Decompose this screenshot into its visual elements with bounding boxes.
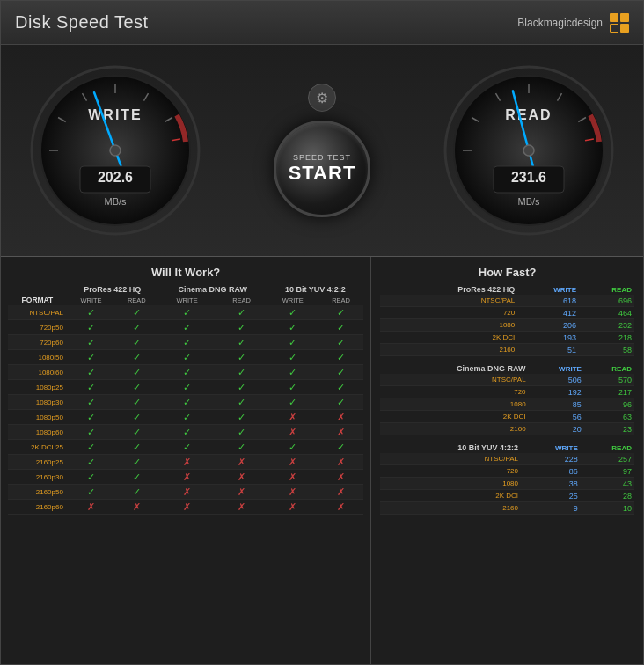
dng-read-cell: ✗	[216, 485, 267, 500]
hf-write-label: WRITE	[521, 442, 581, 453]
dng-read-cell: ✓	[216, 440, 267, 455]
check-icon: ✓	[133, 367, 141, 377]
cross-icon: ✗	[289, 412, 296, 422]
hf-read-val: 23	[584, 423, 634, 435]
check-icon: ✓	[87, 457, 95, 467]
write-gauge: WRITE 202.6 MB/s	[27, 62, 203, 238]
hf-format-name: 2K DCI	[380, 411, 528, 423]
hf-read-label: READ	[579, 284, 634, 295]
dng-write-cell: ✓	[158, 380, 216, 395]
check-icon: ✓	[238, 337, 245, 347]
hf-table-2: 10 Bit YUV 4:2:2 WRITE READ NTSC/PAL 228…	[380, 442, 634, 515]
check-icon: ✓	[183, 412, 191, 422]
hf-format-name: NTSC/PAL	[380, 453, 521, 465]
dng-read-cell: ✗	[216, 500, 267, 515]
read-gauge-svg: READ 231.6 MB/s	[441, 62, 617, 238]
will-it-work-panel: Will It Work? ProRes 422 HQ Cinema DNG R…	[1, 257, 371, 664]
hf-format-name: NTSC/PAL	[380, 374, 528, 386]
hf-read-val: 218	[579, 332, 634, 344]
dng-write-cell: ✗	[158, 500, 216, 515]
dng-write-cell: ✗	[158, 470, 216, 485]
yuv-write-cell: ✓	[267, 440, 318, 455]
check-icon: ✓	[87, 412, 95, 422]
cross-icon: ✗	[238, 471, 245, 482]
start-button[interactable]: SPEED TEST START	[274, 121, 370, 217]
brand-icon	[610, 13, 629, 33]
prores-write-cell: ✓	[67, 380, 115, 395]
format-label: 1080i60	[8, 365, 67, 380]
hf-write-label: WRITE	[517, 284, 579, 295]
dng-write-cell: ✓	[158, 395, 216, 410]
hf-row: 1080 206 232	[380, 319, 634, 332]
cross-icon: ✗	[289, 501, 296, 512]
dng-write-cell: ✓	[158, 440, 216, 455]
hf-format-name: 1080	[380, 478, 521, 490]
cross-icon: ✗	[238, 486, 245, 497]
yuv-read-cell: ✓	[318, 365, 363, 380]
yuv-write-cell: ✓	[267, 305, 318, 320]
format-label: 2160p60	[8, 500, 67, 515]
hf-read-val: 97	[581, 465, 634, 478]
prores-write-cell: ✓	[67, 410, 115, 425]
hf-write-val: 506	[529, 374, 584, 386]
app-title: Disk Speed Test	[15, 12, 149, 33]
check-icon: ✓	[238, 427, 245, 437]
how-fast-title: How Fast?	[380, 266, 634, 279]
yuv-write-cell: ✗	[267, 410, 318, 425]
check-icon: ✓	[87, 307, 95, 318]
hf-format-name: 2K DCI	[380, 332, 517, 344]
yuv-read-cell: ✗	[318, 455, 363, 470]
format-label: 1080p50	[8, 410, 67, 425]
svg-text:MB/s: MB/s	[517, 196, 540, 207]
yuv-write-cell: ✗	[267, 425, 318, 440]
dng-read-cell: ✓	[216, 320, 267, 335]
check-icon: ✓	[289, 337, 296, 347]
hf-read-val: 63	[584, 411, 634, 423]
hf-write-val: 192	[529, 386, 584, 398]
hf-write-val: 20	[529, 423, 584, 435]
yuv-read-cell: ✗	[318, 470, 363, 485]
hf-row: NTSC/PAL 506 570	[380, 374, 634, 386]
hf-write-val: 25	[521, 490, 581, 502]
check-icon: ✓	[289, 397, 296, 407]
check-icon: ✓	[238, 412, 245, 422]
check-icon: ✓	[87, 471, 95, 482]
dng-write-cell: ✓	[158, 305, 216, 320]
check-icon: ✓	[87, 352, 95, 362]
prores-read-cell: ✓	[115, 485, 158, 500]
check-icon: ✓	[289, 367, 296, 377]
cross-icon: ✗	[183, 486, 191, 497]
dng-read-cell: ✗	[216, 455, 267, 470]
hf-row: 720 86 97	[380, 465, 634, 478]
cross-icon: ✗	[337, 486, 345, 497]
hf-table-0: ProRes 422 HQ WRITE READ NTSC/PAL 618 69…	[380, 284, 634, 356]
format-label: 2160p30	[8, 470, 67, 485]
yuv-read-label: READ	[318, 295, 363, 305]
hf-format-name: 720	[380, 465, 521, 478]
prores-write-cell: ✓	[67, 395, 115, 410]
yuv-write-cell: ✗	[267, 455, 318, 470]
prores-read-cell: ✗	[115, 500, 158, 515]
format-label: 2160p50	[8, 485, 67, 500]
yuv-read-cell: ✓	[318, 320, 363, 335]
check-icon: ✓	[289, 322, 296, 332]
prores-write-cell: ✓	[67, 425, 115, 440]
check-icon: ✓	[87, 397, 95, 407]
cross-icon: ✗	[337, 457, 345, 467]
check-icon: ✓	[337, 337, 345, 347]
check-icon: ✓	[289, 382, 296, 392]
format-label: 1080p60	[8, 425, 67, 440]
cross-icon: ✗	[133, 501, 141, 512]
cross-icon: ✗	[289, 471, 296, 482]
check-icon: ✓	[337, 442, 345, 452]
check-icon: ✓	[183, 322, 191, 332]
hf-read-val: 28	[581, 490, 634, 502]
check-icon: ✓	[337, 352, 345, 362]
how-fast-panel: How Fast? ProRes 422 HQ WRITE READ NTSC/…	[371, 257, 643, 664]
hf-write-val: 51	[517, 344, 579, 356]
check-icon: ✓	[238, 352, 245, 362]
check-icon: ✓	[133, 322, 141, 332]
settings-button[interactable]: ⚙	[308, 84, 336, 112]
check-icon: ✓	[183, 427, 191, 437]
hf-write-val: 56	[529, 411, 584, 423]
